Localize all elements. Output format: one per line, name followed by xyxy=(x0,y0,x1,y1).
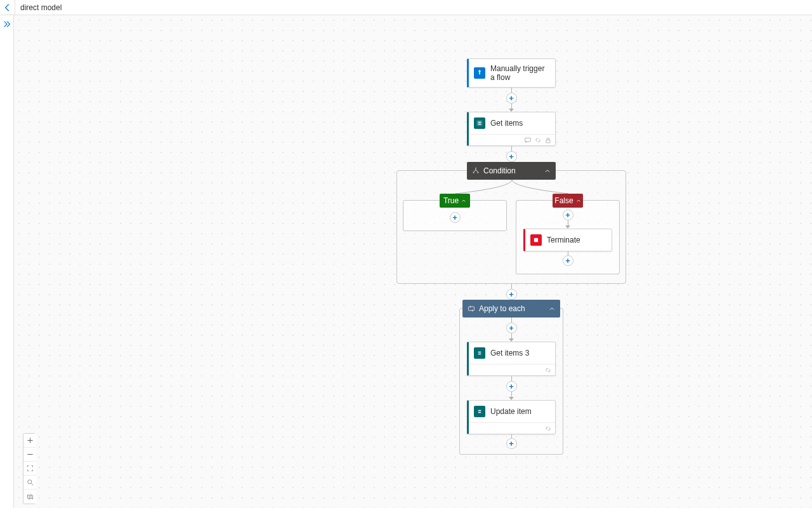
true-label: True xyxy=(443,196,459,205)
add-action-button[interactable]: + xyxy=(506,289,517,300)
lock-icon xyxy=(545,137,551,144)
add-action-button[interactable]: + xyxy=(506,323,517,333)
minus-icon xyxy=(27,451,34,458)
svg-point-5 xyxy=(27,480,31,484)
false-tag[interactable]: False xyxy=(553,194,583,208)
get-items-3-card[interactable]: Get items 3 xyxy=(467,342,556,376)
connector: + xyxy=(563,251,573,266)
plus-icon xyxy=(27,437,34,444)
link-icon xyxy=(535,137,541,144)
card-footer xyxy=(469,364,555,375)
false-label: False xyxy=(554,196,573,205)
terminate-icon xyxy=(530,234,542,246)
map-icon xyxy=(27,493,34,500)
svg-rect-2 xyxy=(546,140,550,142)
true-branch: True + xyxy=(403,200,507,231)
fit-icon xyxy=(27,465,34,472)
minimap-button[interactable] xyxy=(23,490,36,504)
branch-row: True + False + xyxy=(403,200,620,274)
search-button[interactable] xyxy=(23,476,36,490)
expand-rail-button[interactable] xyxy=(0,15,14,33)
trigger-card[interactable]: Manually trigger a flow xyxy=(467,58,556,88)
add-action-button[interactable]: + xyxy=(563,255,573,266)
connector: + xyxy=(506,88,517,112)
side-rail xyxy=(0,15,14,508)
chevron-up-icon xyxy=(461,198,466,203)
sharepoint-icon xyxy=(474,406,485,417)
connector: + xyxy=(506,318,517,342)
connector: + xyxy=(506,376,517,400)
chevron-double-right-icon xyxy=(3,20,11,29)
manual-trigger-icon xyxy=(474,67,485,79)
card-footer xyxy=(469,422,555,434)
chevron-up-icon xyxy=(549,305,555,312)
condition-label: Condition xyxy=(483,166,516,175)
true-tag[interactable]: True xyxy=(440,194,470,208)
terminate-label: Terminate xyxy=(547,236,580,244)
trigger-label: Manually trigger a flow xyxy=(490,64,550,82)
update-item-label: Update item xyxy=(490,407,532,416)
add-action-button[interactable]: + xyxy=(506,438,517,449)
svg-rect-3 xyxy=(534,238,538,242)
page-title: direct model xyxy=(15,3,62,12)
sharepoint-icon xyxy=(474,117,485,129)
flow-root: Manually trigger a flow + Get items xyxy=(396,58,626,455)
zoom-out-button[interactable] xyxy=(23,448,36,462)
link-icon xyxy=(545,425,551,432)
add-action-button[interactable]: + xyxy=(506,381,517,392)
svg-rect-0 xyxy=(477,121,483,126)
fit-screen-button[interactable] xyxy=(23,462,36,476)
zoom-toolbar xyxy=(23,433,36,504)
get-items-card[interactable]: Get items xyxy=(467,112,556,146)
header: direct model xyxy=(0,0,812,15)
get-items-3-label: Get items 3 xyxy=(490,349,529,358)
split-connector xyxy=(397,180,627,199)
terminate-card[interactable]: Terminate xyxy=(523,229,612,251)
link-icon xyxy=(545,367,551,373)
add-action-button[interactable]: + xyxy=(506,93,517,104)
sharepoint-icon xyxy=(474,347,485,359)
apply-each-label: Apply to each xyxy=(479,304,525,313)
condition-icon xyxy=(472,167,480,175)
update-item-card[interactable]: Update item xyxy=(467,400,556,434)
apply-each-header[interactable]: Apply to each xyxy=(462,300,560,318)
chevron-up-icon xyxy=(576,198,581,203)
search-icon xyxy=(27,479,34,486)
canvas[interactable]: Manually trigger a flow + Get items xyxy=(14,15,812,508)
add-action-button[interactable]: + xyxy=(563,210,573,220)
add-action-button[interactable]: + xyxy=(506,151,517,162)
connector: + xyxy=(563,210,573,229)
arrow-left-icon xyxy=(3,3,12,12)
back-button[interactable] xyxy=(0,0,15,15)
apply-each-container: Apply to each + Get items 3 xyxy=(459,308,563,455)
add-action-button[interactable]: + xyxy=(450,212,461,223)
svg-rect-4 xyxy=(469,307,475,311)
card-footer xyxy=(469,134,555,145)
condition-container: Condition True + xyxy=(396,170,626,284)
loop-icon xyxy=(468,305,475,312)
comment-icon xyxy=(525,137,531,144)
false-branch: False + Terminate xyxy=(516,200,620,274)
svg-rect-1 xyxy=(525,138,531,142)
connector: + xyxy=(506,434,517,449)
get-items-label: Get items xyxy=(490,119,523,128)
condition-header[interactable]: Condition xyxy=(467,162,556,180)
chevron-up-icon xyxy=(544,168,551,174)
zoom-in-button[interactable] xyxy=(23,434,36,448)
